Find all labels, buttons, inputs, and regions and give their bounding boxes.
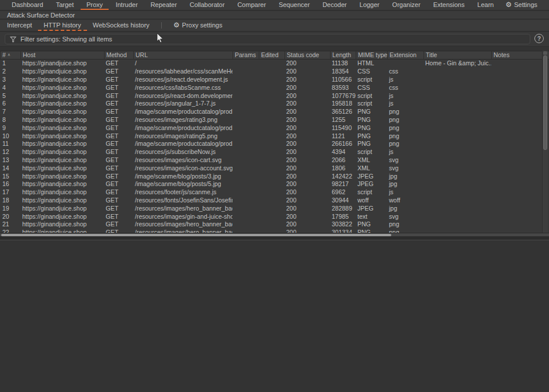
table-row[interactable]: 16 https://ginandjuice.shop GET /image/s… <box>0 180 549 188</box>
vertical-scrollbar-thumb[interactable] <box>543 55 547 150</box>
cell-status-code: 200 <box>284 180 330 187</box>
cell-number: 15 <box>0 173 20 180</box>
cell-method: GET <box>104 197 133 204</box>
tab-comparer[interactable]: Comparer <box>231 0 272 10</box>
tab-sequencer[interactable]: Sequencer <box>273 0 315 10</box>
cell-method: GET <box>104 140 133 147</box>
table-row[interactable]: 11 https://ginandjuice.shop GET /image/s… <box>0 139 549 148</box>
cell-host: https://ginandjuice.shop <box>20 180 104 187</box>
column-header[interactable]: MIME type <box>356 51 387 59</box>
cell-host: https://ginandjuice.shop <box>20 156 104 163</box>
cell-number: 17 <box>0 188 20 195</box>
column-header[interactable]: Status code <box>284 51 330 59</box>
column-header[interactable]: URL <box>133 51 232 59</box>
cell-method: GET <box>104 164 133 172</box>
table-row[interactable]: 9 https://ginandjuice.shop GET /image/sc… <box>0 124 549 132</box>
cell-host: https://ginandjuice.shop <box>20 140 104 147</box>
column-header-label: Status code <box>287 51 319 58</box>
cell-length: 11138 <box>330 60 356 66</box>
table-row[interactable]: 7 https://ginandjuice.shop GET /image/sc… <box>0 107 549 116</box>
cell-mime-type: JPEG <box>356 173 387 180</box>
tab-intercept[interactable]: Intercept <box>1 20 38 31</box>
cell-host: https://ginandjuice.shop <box>20 188 104 195</box>
cell-url: /image/scanme/productcatalog/produ... <box>133 124 232 131</box>
tab-logger[interactable]: Logger <box>354 0 385 10</box>
column-header[interactable]: Params <box>232 51 259 59</box>
column-header[interactable]: # ∧ <box>0 51 20 59</box>
table-row[interactable]: 14 https://ginandjuice.shop GET /resourc… <box>0 164 549 172</box>
tab-dashboard[interactable]: Dashboard <box>6 0 49 10</box>
cell-extension: woff <box>387 197 423 204</box>
table-row[interactable]: 6 https://ginandjuice.shop GET /resource… <box>0 99 549 107</box>
tab-attack-surface-detector[interactable]: Attack Surface Detector <box>0 11 549 19</box>
cell-length: 1077679 <box>330 92 356 99</box>
table-row[interactable]: 21 https://ginandjuice.shop GET /resourc… <box>0 220 549 228</box>
column-header-label: Params <box>235 51 256 58</box>
filter-funnel-icon <box>10 36 16 43</box>
tab-http-history[interactable]: HTTP history <box>38 20 87 31</box>
column-header[interactable]: Extension <box>387 51 423 59</box>
table-row[interactable]: 4 https://ginandjuice.shop GET /resource… <box>0 83 549 92</box>
column-header[interactable]: Title <box>423 51 491 59</box>
tab-intruder[interactable]: Intruder <box>110 0 144 10</box>
column-header[interactable]: Edited <box>259 51 284 59</box>
table-row[interactable]: 12 https://ginandjuice.shop GET /resourc… <box>0 148 549 156</box>
table-row[interactable]: 1 https://ginandjuice.shop GET / 200 111… <box>0 60 549 68</box>
table-row[interactable]: 17 https://ginandjuice.shop GET /resourc… <box>0 188 549 196</box>
main-tabs: Dashboard Target Proxy Intruder Repeater… <box>6 0 499 10</box>
table-row[interactable]: 19 https://ginandjuice.shop GET /resourc… <box>0 204 549 212</box>
cell-length: 115490 <box>330 124 356 131</box>
filter-settings-bar[interactable]: Filter settings: Showing all items <box>5 34 530 44</box>
column-header[interactable]: Notes <box>491 51 549 59</box>
table-row[interactable]: 20 https://ginandjuice.shop GET /resourc… <box>0 212 549 220</box>
table-row[interactable]: 18 https://ginandjuice.shop GET /resourc… <box>0 196 549 204</box>
cell-method: GET <box>104 60 133 66</box>
cell-method: GET <box>104 173 133 180</box>
tab-settings[interactable]: ⚙ Settings <box>499 0 543 10</box>
table-row[interactable]: 15 https://ginandjuice.shop GET /image/s… <box>0 172 549 180</box>
tab-repeater[interactable]: Repeater <box>145 0 183 10</box>
cell-number: 22 <box>0 229 20 233</box>
request-response-panel <box>0 240 549 392</box>
proxy-sub-tab-bar: Intercept HTTP history WebSockets histor… <box>0 20 549 32</box>
tab-label: Intruder <box>116 1 138 8</box>
cell-method: GET <box>104 132 133 139</box>
table-row[interactable]: 8 https://ginandjuice.shop GET /resource… <box>0 116 549 124</box>
column-header[interactable]: Host <box>20 51 104 59</box>
cell-status-code: 200 <box>284 188 330 195</box>
cell-mime-type: script <box>356 100 387 107</box>
cell-length: 1255 <box>330 116 356 123</box>
table-row[interactable]: 3 https://ginandjuice.shop GET /resource… <box>0 75 549 83</box>
tab-decoder[interactable]: Decoder <box>317 0 353 10</box>
column-header-label: Notes <box>494 51 509 58</box>
cell-method: GET <box>104 84 133 91</box>
table-row[interactable]: 2 https://ginandjuice.shop GET /resource… <box>0 67 549 75</box>
table-row[interactable]: 10 https://ginandjuice.shop GET /resourc… <box>0 132 549 140</box>
cell-extension: css <box>387 68 423 75</box>
cell-extension: png <box>387 140 423 147</box>
tab-label: Proxy <box>86 1 103 8</box>
tab-collaborator[interactable]: Collaborator <box>184 0 231 10</box>
tab-organizer[interactable]: Organizer <box>387 0 426 10</box>
tab-extensions[interactable]: Extensions <box>428 0 471 10</box>
cell-length: 83593 <box>330 84 356 91</box>
table-row[interactable]: 22 https://ginandjuice.shop GET /resourc… <box>0 228 549 233</box>
tab-learn[interactable]: Learn <box>471 0 499 10</box>
cell-length: 1806 <box>330 164 356 172</box>
cell-length: 301334 <box>330 229 356 233</box>
tab-target[interactable]: Target <box>50 0 80 10</box>
column-header[interactable]: Length <box>330 51 356 59</box>
tab-proxy[interactable]: Proxy <box>81 0 109 10</box>
cell-number: 4 <box>0 84 20 91</box>
column-header[interactable]: Method <box>104 51 133 59</box>
table-row[interactable]: 13 https://ginandjuice.shop GET /resourc… <box>0 156 549 164</box>
gear-icon: ⚙ <box>505 1 512 8</box>
help-icon[interactable]: ? <box>534 34 544 43</box>
table-row[interactable]: 5 https://ginandjuice.shop GET /resource… <box>0 92 549 100</box>
cell-extension: js <box>387 100 423 107</box>
tab-websockets-history[interactable]: WebSockets history <box>87 20 155 31</box>
vertical-scrollbar[interactable] <box>542 51 548 233</box>
cell-number: 20 <box>0 213 20 220</box>
cell-extension: css <box>387 84 423 91</box>
proxy-settings-button[interactable]: ⚙ Proxy settings <box>168 20 228 31</box>
